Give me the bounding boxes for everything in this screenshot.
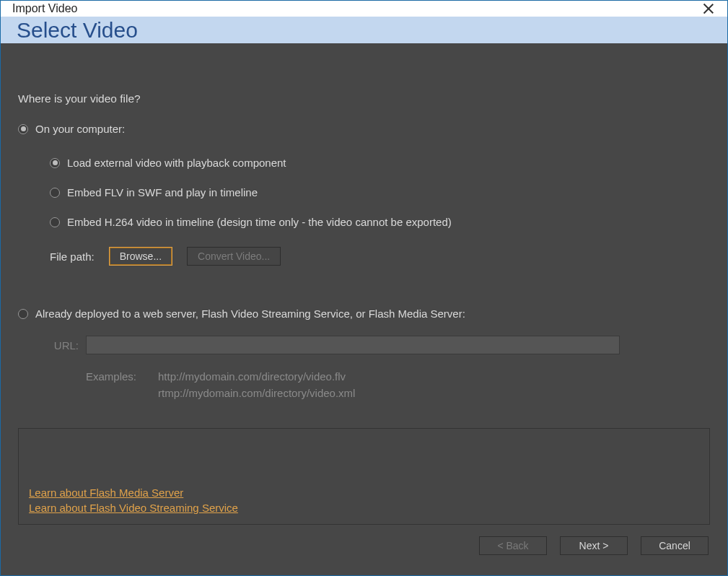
link-flash-media-server[interactable]: Learn about Flash Media Server (29, 486, 183, 499)
file-path-row: File path: Browse... Convert Video... (50, 247, 710, 266)
dialog-footer: < Back Next > Cancel (18, 525, 710, 558)
close-icon[interactable] (701, 1, 716, 16)
radio-load-external-label: Load external video with playback compon… (67, 155, 286, 170)
radio-embed-h264[interactable]: Embed H.264 video in timeline (design ti… (50, 214, 710, 230)
link-flash-video-streaming-service[interactable]: Learn about Flash Video Streaming Servic… (29, 502, 238, 514)
dialog-body: Where is your video file? On your comput… (1, 43, 727, 575)
examples-list: http://mydomain.com/directory/video.flv … (158, 370, 355, 399)
url-label: URL: (50, 339, 79, 352)
url-row: URL: (50, 336, 710, 354)
examples-row: Examples: http://mydomain.com/directory/… (50, 370, 710, 399)
titlebar: Import Video (1, 1, 727, 17)
import-video-dialog: Import Video Select Video Where is your … (0, 0, 728, 576)
file-path-label: File path: (50, 250, 95, 263)
next-button[interactable]: Next > (560, 536, 628, 555)
radio-icon (50, 188, 60, 198)
info-box: Learn about Flash Media Server Learn abo… (18, 428, 710, 525)
example-url-1: http://mydomain.com/directory/video.flv (158, 370, 355, 383)
browse-button[interactable]: Browse... (109, 247, 172, 266)
back-button: < Back (479, 536, 547, 555)
radio-icon (50, 158, 60, 168)
convert-video-button: Convert Video... (187, 247, 281, 266)
url-input[interactable] (86, 336, 620, 354)
radio-on-computer-label: On your computer: (35, 121, 125, 136)
on-computer-suboptions: Load external video with playback compon… (50, 155, 710, 244)
radio-load-external[interactable]: Load external video with playback compon… (50, 155, 710, 170)
cancel-button[interactable]: Cancel (641, 536, 709, 555)
radio-already-deployed-label: Already deployed to a web server, Flash … (35, 306, 465, 321)
prompt-text: Where is your video file? (18, 92, 710, 105)
radio-on-computer[interactable]: On your computer: (18, 121, 710, 136)
radio-icon (18, 124, 28, 134)
subheader: Select Video (1, 17, 727, 43)
window-title: Import Video (12, 2, 77, 15)
radio-icon (18, 309, 28, 319)
radio-embed-flv[interactable]: Embed FLV in SWF and play in timeline (50, 185, 710, 200)
radio-embed-flv-label: Embed FLV in SWF and play in timeline (67, 185, 258, 200)
radio-embed-h264-label: Embed H.264 video in timeline (design ti… (67, 214, 452, 230)
radio-already-deployed[interactable]: Already deployed to a web server, Flash … (18, 306, 710, 321)
page-title: Select Video (17, 18, 138, 43)
examples-label: Examples: (86, 370, 145, 399)
url-block: URL: Examples: http://mydomain.com/direc… (50, 336, 710, 399)
radio-icon (50, 217, 60, 227)
example-url-2: rtmp://mydomain.com/directory/video.xml (158, 387, 355, 399)
